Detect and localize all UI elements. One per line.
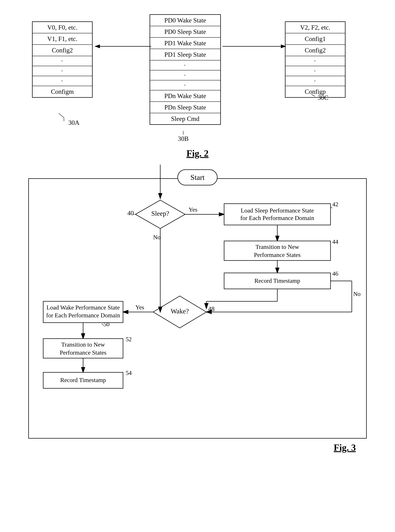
fig3-section: Start <box>21 178 374 464</box>
box-30b-row1: PD0 Wake State <box>150 15 220 26</box>
box-30b-bot2: PDn Sleep State <box>150 102 220 113</box>
box-30c-row3: Config2 <box>285 45 345 56</box>
box-30b-row2: PD0 Sleep State <box>150 26 220 38</box>
svg-text:50: 50 <box>104 321 110 328</box>
svg-line-52 <box>102 324 104 325</box>
box-30b-dots1: · <box>150 61 220 70</box>
fig2-section: V0, F0, etc. V1, F1, etc. Config2 · · · … <box>21 14 374 160</box>
svg-rect-19 <box>224 204 330 225</box>
box-30a-row2: V1, F1, etc. <box>33 33 92 45</box>
svg-rect-48 <box>43 301 123 323</box>
svg-text:No: No <box>153 234 160 241</box>
svg-line-23 <box>330 207 332 208</box>
svg-text:Load Sleep Performance State: Load Sleep Performance State <box>241 207 314 214</box>
box-30a-last: Configm <box>33 86 92 97</box>
svg-text:Transition to New: Transition to New <box>61 341 105 348</box>
svg-marker-39 <box>153 296 206 328</box>
box-30a-row3: Config2 <box>33 45 92 56</box>
svg-text:40: 40 <box>127 209 134 217</box>
box-30b-bot1: PDn Wake State <box>150 90 220 102</box>
box-30c-dots2: · <box>285 66 345 76</box>
box-30b-row4: PD1 Sleep State <box>150 49 220 61</box>
svg-text:Yes: Yes <box>135 304 144 311</box>
box-30b-bot3: Sleep Cmd <box>150 113 220 124</box>
svg-text:Sleep?: Sleep? <box>151 210 169 217</box>
svg-marker-13 <box>135 200 185 229</box>
svg-rect-54 <box>43 339 123 358</box>
svg-text:52: 52 <box>126 336 132 342</box>
start-node: Start <box>177 169 217 185</box>
svg-text:Transition to New: Transition to New <box>256 244 299 250</box>
svg-text:54: 54 <box>126 370 132 376</box>
fig3-flow-svg: Sleep? 40 Yes Load Sleep Performance Sta… <box>29 179 366 438</box>
svg-text:Record Timestamp: Record Timestamp <box>254 277 300 284</box>
svg-text:for Each Performance Domain: for Each Performance Domain <box>241 215 314 221</box>
box-30c-last: Configp <box>285 86 345 97</box>
box-30b: PD0 Wake State PD0 Sleep State PD1 Wake … <box>150 14 221 125</box>
box-30c-row2: Config1 <box>285 33 345 45</box>
box-30a-dots2: · <box>33 66 92 76</box>
box-30b-dots2: · <box>150 70 220 80</box>
box-30c-dots3: · <box>285 76 345 86</box>
svg-text:Wake?: Wake? <box>171 307 189 315</box>
svg-text:48: 48 <box>208 305 215 313</box>
svg-text:Yes: Yes <box>189 206 197 213</box>
box-30a-row1: V0, F0, etc. <box>33 22 92 33</box>
svg-text:Performance States: Performance States <box>254 252 301 258</box>
svg-text:Record Timestamp: Record Timestamp <box>60 377 106 383</box>
box-30c: V2, F2, etc. Config1 Config2 · · · Confi… <box>285 21 346 98</box>
box-30b-row3: PD1 Wake State <box>150 38 220 49</box>
svg-text:42: 42 <box>332 201 338 207</box>
svg-text:44: 44 <box>332 238 338 245</box>
svg-line-5 <box>59 113 64 118</box>
svg-rect-30 <box>224 273 330 289</box>
fig3-title: Fig. 3 <box>334 442 356 453</box>
box-30c-dots1: · <box>285 56 345 66</box>
box-30b-dots3: · <box>150 80 220 90</box>
svg-rect-25 <box>224 241 330 261</box>
svg-text:30B: 30B <box>178 135 189 142</box>
box-30a-dots3: · <box>33 76 92 86</box>
svg-text:30A: 30A <box>68 119 79 126</box>
page: V0, F0, etc. V1, F1, etc. Config2 · · · … <box>0 0 395 532</box>
box-30a-dots1: · <box>33 56 92 66</box>
svg-text:for Each Performance Domain: for Each Performance Domain <box>46 312 120 319</box>
svg-rect-59 <box>43 372 123 388</box>
svg-text:Performance States: Performance States <box>60 349 106 356</box>
svg-text:No: No <box>353 291 361 297</box>
box-30c-row1: V2, F2, etc. <box>285 22 345 33</box>
svg-text:Load Wake Performance State: Load Wake Performance State <box>46 304 120 311</box>
box-30a: V0, F0, etc. V1, F1, etc. Config2 · · · … <box>32 21 93 98</box>
fig3-container: Sleep? 40 Yes Load Sleep Performance Sta… <box>28 178 367 439</box>
fig2-title: Fig. 2 <box>187 148 208 159</box>
svg-text:46: 46 <box>332 270 338 277</box>
